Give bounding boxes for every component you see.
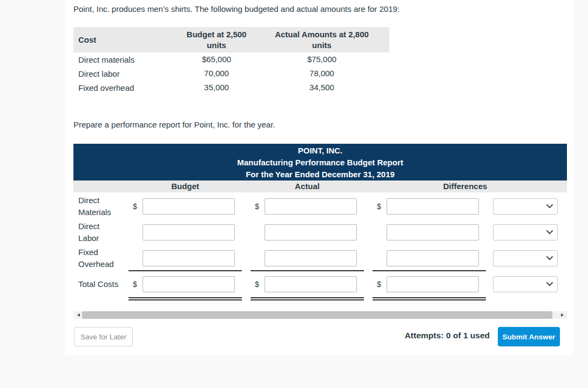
budget-header-cell: Budget at 2,500 units — [179, 27, 254, 52]
cost-name: Fixed overhead — [73, 83, 179, 92]
dollar-sign: $ — [255, 202, 265, 211]
difference-direction-select[interactable] — [493, 198, 558, 215]
company-name: POINT, INC. — [73, 145, 567, 157]
actual-value: 34,500 — [254, 82, 389, 93]
budget-input[interactable] — [143, 250, 235, 266]
dollar-sign: $ — [255, 280, 265, 289]
actual-input[interactable] — [265, 250, 357, 266]
cost-name: Direct materials — [73, 55, 179, 64]
horizontal-scrollbar[interactable] — [74, 311, 567, 319]
difference-input[interactable] — [387, 276, 479, 292]
spacer — [242, 180, 251, 192]
difference-direction-cell — [493, 250, 558, 266]
difference-direction-cell — [493, 276, 558, 292]
content-panel: Point, Inc. produces men’s shirts. The f… — [65, 0, 574, 355]
cost-name: Direct labor — [73, 69, 179, 78]
scroll-right-icon[interactable] — [559, 311, 567, 319]
difference-input[interactable] — [387, 198, 479, 215]
budget-column-header: Budget — [129, 180, 242, 192]
submit-answer-button[interactable]: Submit Answer — [498, 327, 560, 346]
difference-direction-cell — [493, 224, 558, 240]
difference-cell — [373, 245, 486, 271]
save-for-later-button[interactable]: Save for Later — [74, 327, 133, 346]
report-rows: Direct Materials $ $ $ — [73, 193, 567, 297]
budget-value: $65,000 — [179, 54, 254, 65]
difference-cell: $ — [373, 271, 486, 297]
budget-input[interactable] — [143, 198, 235, 215]
actual-cell: $ — [251, 271, 364, 297]
budget-cell: $ — [129, 271, 242, 297]
report-title-banner: POINT, INC. Manufacturing Performance Bu… — [73, 144, 567, 180]
budget-cell — [129, 245, 242, 271]
report-row-total-costs: Total Costs $ $ $ — [73, 271, 567, 297]
difference-direction-select[interactable] — [493, 224, 558, 240]
actual-value: $75,000 — [254, 54, 389, 65]
row-label: Direct Materials — [73, 195, 129, 218]
difference-cell — [373, 219, 486, 245]
row-label: Fixed Overhead — [73, 246, 129, 270]
cost-table: Cost Budget at 2,500 units Actual Amount… — [73, 27, 389, 95]
budget-input[interactable] — [143, 276, 235, 292]
budget-value: 35,000 — [179, 82, 254, 93]
scroll-left-icon[interactable] — [74, 311, 82, 319]
spacer — [364, 180, 373, 192]
actual-cell — [251, 219, 364, 245]
table-row: Direct labor 70,000 78,000 — [73, 66, 389, 81]
budget-input[interactable] — [143, 224, 235, 240]
difference-direction-cell — [493, 198, 558, 215]
scrollbar-thumb[interactable] — [82, 311, 552, 319]
table-row: Direct materials $65,000 $75,000 — [73, 52, 389, 66]
performance-report: POINT, INC. Manufacturing Performance Bu… — [73, 144, 567, 297]
actual-cell: $ — [251, 193, 364, 219]
cost-header-cell: Cost — [73, 27, 179, 52]
report-row-direct-labor: Direct Labor — [73, 219, 567, 245]
instruction-text: Prepare a performance report for Point, … — [73, 120, 275, 129]
attempts-counter: Attempts: 0 of 1 used — [404, 331, 490, 340]
report-name: Manufacturing Performance Budget Report — [73, 157, 567, 169]
actual-input[interactable] — [265, 276, 357, 292]
actual-column-header: Actual — [251, 180, 364, 192]
differences-column-header: Differences — [373, 180, 558, 192]
row-label: Total Costs — [73, 278, 129, 290]
dollar-sign: $ — [377, 202, 387, 211]
report-period: For the Year Ended December 31, 2019 — [73, 169, 567, 180]
table-row: Fixed overhead 35,000 34,500 — [73, 81, 389, 95]
actual-input[interactable] — [265, 224, 357, 240]
row-label: Direct Labor — [73, 220, 129, 244]
report-row-direct-materials: Direct Materials $ $ $ — [73, 193, 567, 219]
dollar-sign: $ — [133, 280, 143, 289]
difference-input[interactable] — [387, 250, 479, 266]
dollar-sign: $ — [377, 280, 387, 289]
dollar-sign: $ — [133, 202, 143, 211]
cost-table-header: Cost Budget at 2,500 units Actual Amount… — [73, 27, 389, 52]
difference-input[interactable] — [387, 224, 479, 240]
problem-intro-text: Point, Inc. produces men’s shirts. The f… — [73, 4, 400, 14]
report-column-headers: Budget Actual Differences — [73, 180, 567, 192]
difference-direction-select[interactable] — [493, 250, 558, 266]
spacer — [73, 180, 129, 192]
difference-direction-select[interactable] — [493, 276, 558, 292]
budget-value: 70,000 — [179, 68, 254, 79]
budget-cell: $ — [129, 193, 242, 219]
report-row-fixed-overhead: Fixed Overhead — [73, 245, 567, 271]
actual-input[interactable] — [265, 198, 357, 215]
actual-cell — [251, 245, 364, 271]
difference-cell: $ — [373, 193, 486, 219]
actual-header-cell: Actual Amounts at 2,800 units — [254, 27, 389, 52]
actual-value: 78,000 — [254, 68, 389, 79]
budget-cell — [129, 219, 242, 245]
